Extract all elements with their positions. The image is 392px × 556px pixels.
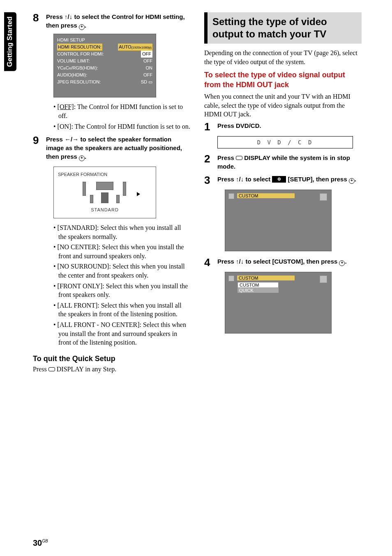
osd-title: SPEAKER FORMATION (58, 172, 152, 177)
text: to select (244, 176, 272, 183)
page-number: 30GB (33, 538, 48, 548)
osd-value: AUTO(1920x1080p) (118, 44, 152, 51)
step-2-text: Press DISPLAY while the system is in sto… (217, 153, 357, 171)
text: Press (217, 154, 236, 161)
speaker-formation-osd: SPEAKER FORMATION STANDARD (53, 167, 156, 218)
side-tab: Getting Started (4, 12, 16, 71)
osd-label: HDMI RESOLUTION: (57, 44, 102, 51)
bullet: [ALL FRONT - NO CENTER]: Select this whe… (53, 320, 190, 347)
text: AUTO (119, 44, 131, 49)
step-2-number: 2 (204, 153, 216, 164)
step-9-number: 9 (33, 135, 44, 146)
step-3-number: 3 (204, 175, 216, 185)
bullet: [FRONT ONLY]: Select this when you insta… (53, 282, 190, 299)
page-number-suffix: GB (42, 539, 48, 543)
osd-label: AUDIO(HDMI): (57, 72, 87, 79)
text: Press (33, 366, 48, 373)
osd-tab-icon (228, 276, 234, 281)
sub-heading: To select the type of video signal outpu… (204, 70, 362, 90)
text: DISPLAY in any Step. (55, 366, 117, 373)
left-column: 8 Press ↑/↓ to select the Control for HD… (33, 12, 190, 376)
quit-heading: To quit the Quick Setup (33, 354, 190, 363)
osd-corner-icon (320, 193, 327, 201)
speaker-graphic (80, 180, 129, 205)
text: . (85, 22, 86, 29)
t: YC (57, 65, 63, 70)
step-1-text: Press DVD/CD. (217, 121, 357, 130)
bullet: [ALL FRONT]: Select this when you instal… (53, 301, 190, 319)
osd-corner-icon (320, 276, 327, 283)
osd-value: ON (146, 65, 153, 72)
step-4-text: Press ↑/↓ to select [CUSTOM], then press… (217, 257, 357, 266)
bullet: [ON]: The Control for HDMI function is s… (53, 122, 190, 131)
step-8: 8 Press ↑/↓ to select the Control for HD… (33, 12, 190, 30)
osd-item-highlight: CUSTOM (238, 282, 279, 288)
osd-item: QUICK (238, 288, 279, 293)
text: Press (46, 136, 65, 143)
text: . (85, 153, 86, 160)
text: [OFF] (58, 103, 74, 110)
speaker-icon (90, 195, 93, 203)
setup-osd-2: CUSTOM CUSTOM QUICK (225, 272, 332, 334)
osd-tab-icon (228, 193, 234, 199)
display-icon (48, 367, 55, 371)
play-arrow-icon (137, 192, 140, 196)
osd-value: SD ▭ (141, 79, 152, 86)
enter-icon (339, 260, 345, 266)
t: C (66, 65, 69, 70)
enter-icon (349, 178, 355, 184)
step-8-number: 8 (33, 12, 44, 23)
section-heading: Setting the type of video output to matc… (204, 12, 362, 44)
text: to select [CUSTOM], then press (244, 258, 339, 265)
step-4: 4 Press ↑/↓ to select [CUSTOM], then pre… (204, 257, 362, 268)
osd-value: OFF (143, 72, 152, 79)
speaker-icon (96, 182, 113, 190)
text: [SETUP], then press (286, 176, 349, 183)
display-icon (236, 156, 242, 160)
step-1: 1 Press DVD/CD. (204, 121, 362, 132)
osd-title: HDMI SETUP (57, 37, 152, 44)
osd-row: YCBCR/RGB(HDMI): ON (57, 65, 152, 72)
step-8-text: Press ↑/↓ to select the Control for HDMI… (46, 12, 186, 30)
step-3-text: Press ↑/↓ to select ⚙ [SETUP], then pres… (217, 175, 357, 183)
enter-icon (79, 155, 85, 161)
up-down-arrows-icon: ↑/↓ (65, 13, 72, 20)
osd-label: CONTROL FOR HDMI: (57, 51, 104, 58)
enter-icon (79, 24, 85, 30)
up-down-arrows-icon: ↑/↓ (236, 176, 244, 183)
lcd-display: D V D / C D (217, 136, 353, 148)
up-down-arrows-icon: ↑/↓ (236, 258, 244, 265)
quit-body: Press DISPLAY in any Step. (33, 365, 190, 374)
osd-value-selected: OFF (141, 51, 152, 58)
osd-row: JPEG RESOLUTION: SD ▭ (57, 79, 152, 86)
bullet: [NO CENTER]: Select this when you instal… (53, 243, 190, 260)
left-right-arrows-icon: ←/→ (65, 136, 78, 143)
text: Press (46, 13, 65, 20)
speaker-icon (116, 195, 120, 203)
step-4-number: 4 (204, 257, 216, 268)
intro-text-2: When you connect the unit and your TV wi… (204, 92, 362, 119)
speaker-icon (123, 182, 126, 196)
osd-row: VOLUME LIMIT: OFF (57, 58, 152, 65)
speaker-icon (83, 182, 86, 196)
t: /RGB(HDMI): (71, 65, 98, 70)
osd-item-selected: CUSTOM (237, 276, 295, 280)
osd-row: AUDIO(HDMI): OFF (57, 72, 152, 79)
osd-row: CONTROL FOR HDMI: OFF (57, 51, 152, 58)
step-1-number: 1 (204, 121, 216, 132)
text: . (355, 176, 356, 183)
osd-row: HDMI RESOLUTION: AUTO(1920x1080p) (57, 44, 152, 51)
right-column: Setting the type of video output to matc… (204, 12, 362, 376)
bullet: [NO SURROUND]: Select this when you inst… (53, 262, 190, 280)
osd-label: VOLUME LIMIT: (57, 58, 90, 65)
speaker-mode-label: STANDARD (58, 207, 152, 212)
osd-item-selected: CUSTOM (237, 193, 295, 198)
page-number-value: 30 (33, 538, 42, 547)
setup-osd-1: CUSTOM (225, 190, 332, 251)
text: Press (217, 176, 236, 183)
setup-toolbox-icon: ⚙ (272, 176, 286, 183)
bullet: [STANDARD]: Select this when you install… (53, 223, 190, 241)
step-9-bullets: [STANDARD]: Select this when you install… (53, 223, 190, 347)
text: Press (217, 258, 236, 265)
text: (1920x1080p) (131, 46, 152, 49)
